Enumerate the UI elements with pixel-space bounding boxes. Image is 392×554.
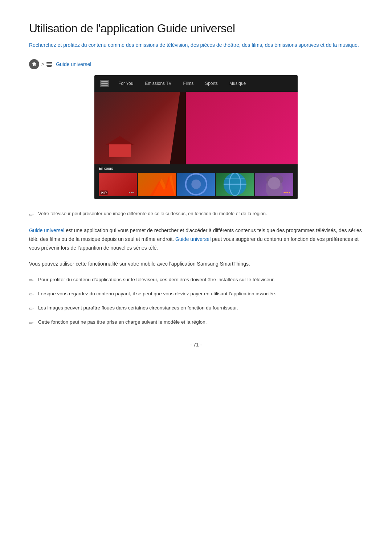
house-roof	[105, 136, 134, 145]
svg-rect-1	[46, 63, 52, 64]
svg-rect-2	[46, 65, 52, 66]
pencil-icon-note	[29, 210, 34, 219]
pencil-icon-bullet-1	[29, 276, 34, 285]
house-body	[109, 144, 131, 157]
page-subtitle: Recherchez et profitez du contenu comme …	[29, 41, 363, 49]
bullet-item-2: Lorsque vous regardez du contenu payant,…	[29, 290, 363, 299]
tv-thumb-dots-1: ●●●	[128, 191, 134, 194]
tv-en-cours-label: En cours	[99, 167, 293, 171]
pencil-icon-bullet-3	[29, 304, 34, 313]
tv-tab-emissions[interactable]: Emissions TV	[140, 79, 176, 88]
bullet-text-4: Cette fonction peut ne pas être prise en…	[38, 318, 207, 326]
bullet-item-1: Pour profiter du contenu d'applications …	[29, 276, 363, 285]
page-title: Utilisation de l'application Guide unive…	[29, 22, 363, 35]
bullet-text-2: Lorsque vous regardez du contenu payant,…	[38, 290, 276, 298]
bullet-item-3: Les images peuvent paraître floues dans …	[29, 304, 363, 313]
tv-tab-musique[interactable]: Musique	[224, 79, 251, 88]
bullet-text-1: Pour profiter du contenu d'applications …	[38, 276, 275, 284]
pencil-icon-bullet-4	[29, 319, 34, 327]
breadcrumb-link-text: Guide universel	[56, 61, 91, 67]
tv-thumb-2	[138, 173, 176, 196]
svg-rect-0	[46, 62, 52, 63]
bullet-list: Pour profiter du contenu d'applications …	[29, 276, 363, 327]
bullet-text-3: Les images peuvent paraître floues dans …	[38, 304, 238, 312]
tv-hero-left	[94, 92, 186, 164]
svg-rect-3	[47, 66, 52, 67]
guide-universel-link-2[interactable]: Guide universel	[175, 236, 211, 242]
tv-thumbnails: HIP ●●●	[94, 173, 298, 199]
tv-thumb-3	[177, 173, 215, 196]
svg-point-16	[268, 177, 281, 190]
tv-hero	[94, 92, 298, 164]
note-text: Votre téléviseur peut présenter une imag…	[38, 210, 267, 217]
home-icon	[29, 59, 39, 69]
tv-thumb-1: HIP ●●●	[99, 173, 137, 196]
tv-tab-films[interactable]: Films	[178, 79, 199, 88]
tv-en-cours-section: En cours	[94, 164, 298, 173]
note-row: Votre téléviseur peut présenter une imag…	[29, 210, 363, 219]
breadcrumb-link[interactable]: Guide universel	[46, 61, 91, 67]
page-number: - 71 -	[29, 342, 363, 348]
tv-thumb-label-1: HIP	[100, 190, 108, 195]
tv-screenshot: For You Emissions TV Films Sports Musiqu…	[94, 75, 298, 199]
tv-thumb-4	[216, 173, 254, 196]
tv-tab-sports[interactable]: Sports	[200, 79, 223, 88]
pencil-icon-bullet-2	[29, 290, 34, 299]
tv-thumb-dots-5: ●●●●	[283, 191, 290, 194]
svg-point-7	[191, 180, 201, 189]
tv-nav: For You Emissions TV Films Sports Musiqu…	[94, 75, 298, 92]
bullet-item-4: Cette fonction peut ne pas être prise en…	[29, 318, 363, 327]
tv-hero-right	[186, 92, 298, 164]
body-paragraph-1: Guide universel est une application qui …	[29, 226, 363, 252]
tv-hero-house-illustration	[105, 135, 134, 157]
tv-thumb-5: ●●●●	[255, 173, 293, 196]
tv-tab-foryou[interactable]: For You	[113, 79, 138, 88]
body-paragraph-2: Vous pouvez utiliser cette fonctionnalit…	[29, 260, 363, 268]
tv-menu-icon	[100, 80, 109, 87]
breadcrumb-arrow: >	[41, 61, 44, 67]
breadcrumb: > Guide universel	[29, 59, 363, 69]
guide-universel-link-1[interactable]: Guide universel	[29, 227, 64, 233]
